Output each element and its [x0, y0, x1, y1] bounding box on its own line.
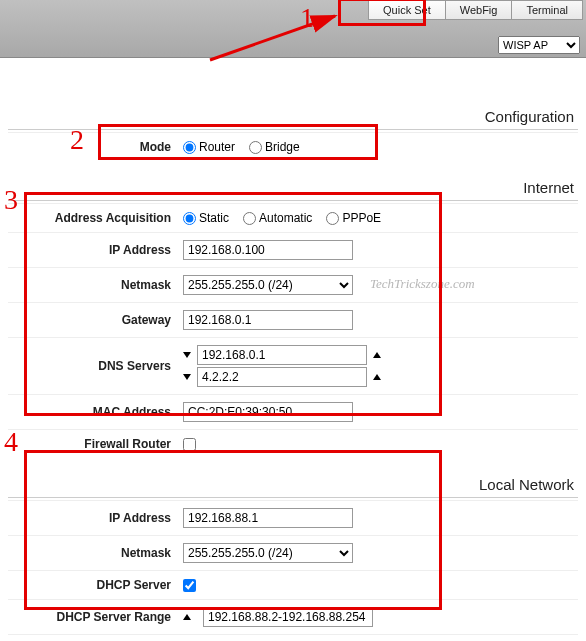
dns1-remove-icon[interactable]: [183, 352, 191, 358]
label-local-ip: IP Address: [8, 511, 183, 525]
row-mode: Mode Router Bridge: [8, 132, 578, 161]
label-mac: MAC Address: [8, 405, 183, 419]
tab-terminal[interactable]: Terminal: [511, 0, 583, 20]
label-dhcp-server: DHCP Server: [8, 578, 183, 592]
dns2-remove-icon[interactable]: [183, 374, 191, 380]
row-dns: DNS Servers: [8, 337, 578, 394]
dhcp-range-input[interactable]: [203, 607, 373, 627]
label-gateway: Gateway: [8, 313, 183, 327]
acq-static-label: Static: [199, 211, 229, 225]
mode-bridge-label: Bridge: [265, 140, 300, 154]
row-dhcp-range: DHCP Server Range: [8, 599, 578, 634]
label-ip: IP Address: [8, 243, 183, 257]
label-addr-acq: Address Acquisition: [8, 211, 183, 225]
row-mac: MAC Address: [8, 394, 578, 429]
acq-static-option[interactable]: Static: [183, 211, 229, 225]
local-netmask-select[interactable]: 255.255.255.0 (/24): [183, 543, 353, 563]
label-netmask: Netmask: [8, 278, 183, 292]
tab-webfig[interactable]: WebFig: [445, 0, 513, 20]
content: Configuration Mode Router Bridge Interne…: [0, 58, 586, 641]
row-nat: NAT: [8, 634, 578, 641]
wisp-select[interactable]: WISP AP: [498, 36, 580, 54]
row-firewall: Firewall Router: [8, 429, 578, 458]
dns1-input[interactable]: [197, 345, 367, 365]
label-dns: DNS Servers: [8, 359, 183, 373]
internet-netmask-select[interactable]: 255.255.255.0 (/24): [183, 275, 353, 295]
mode-radio-group: Router Bridge: [183, 140, 300, 154]
tab-row: Quick Set WebFig Terminal: [369, 0, 583, 20]
label-local-netmask: Netmask: [8, 546, 183, 560]
firewall-checkbox[interactable]: [183, 438, 196, 451]
row-addr-acq: Address Acquisition Static Automatic PPP…: [8, 203, 578, 232]
row-internet-netmask: Netmask 255.255.255.0 (/24): [8, 267, 578, 302]
mac-input[interactable]: [183, 402, 353, 422]
label-dhcp-range: DHCP Server Range: [8, 610, 183, 624]
tab-quickset[interactable]: Quick Set: [368, 0, 446, 20]
dns1-add-icon[interactable]: [373, 352, 381, 358]
acq-automatic-option[interactable]: Automatic: [243, 211, 312, 225]
acq-pppoe-radio[interactable]: [326, 212, 339, 225]
local-ip-input[interactable]: [183, 508, 353, 528]
top-toolbar: Quick Set WebFig Terminal WISP AP: [0, 0, 586, 58]
row-dhcp-server: DHCP Server: [8, 570, 578, 599]
section-internet: Internet: [8, 161, 578, 201]
label-mode: Mode: [8, 140, 183, 154]
dns2-input[interactable]: [197, 367, 367, 387]
section-localnet: Local Network: [8, 458, 578, 498]
dns2-add-icon[interactable]: [373, 374, 381, 380]
acq-automatic-radio[interactable]: [243, 212, 256, 225]
dhcp-range-add-icon[interactable]: [183, 614, 191, 620]
acq-static-radio[interactable]: [183, 212, 196, 225]
mode-router-radio[interactable]: [183, 141, 196, 154]
section-configuration: Configuration: [8, 58, 578, 130]
row-gateway: Gateway: [8, 302, 578, 337]
mode-bridge-option[interactable]: Bridge: [249, 140, 300, 154]
dhcp-server-checkbox[interactable]: [183, 579, 196, 592]
acq-automatic-label: Automatic: [259, 211, 312, 225]
row-internet-ip: IP Address: [8, 232, 578, 267]
label-firewall: Firewall Router: [8, 437, 183, 451]
mode-router-option[interactable]: Router: [183, 140, 235, 154]
gateway-input[interactable]: [183, 310, 353, 330]
acq-pppoe-option[interactable]: PPPoE: [326, 211, 381, 225]
row-local-ip: IP Address: [8, 500, 578, 535]
acq-radio-group: Static Automatic PPPoE: [183, 211, 381, 225]
mode-bridge-radio[interactable]: [249, 141, 262, 154]
internet-ip-input[interactable]: [183, 240, 353, 260]
acq-pppoe-label: PPPoE: [342, 211, 381, 225]
row-local-netmask: Netmask 255.255.255.0 (/24): [8, 535, 578, 570]
mode-dropdown-wrap: WISP AP: [498, 36, 580, 54]
mode-router-label: Router: [199, 140, 235, 154]
